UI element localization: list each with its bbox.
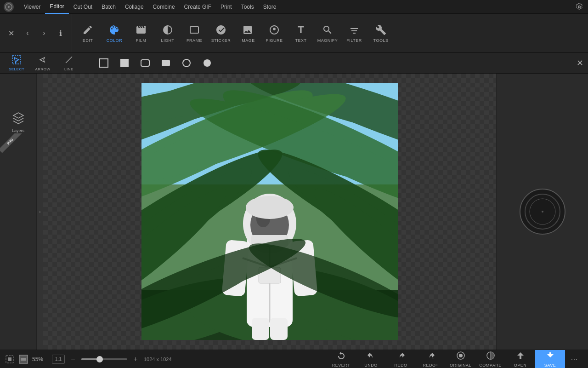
sticker-label: STICKER bbox=[211, 38, 231, 43]
revert-button[interactable]: REVERT bbox=[326, 350, 356, 368]
undo-icon bbox=[367, 351, 376, 362]
selection-mode-icon[interactable] bbox=[5, 354, 15, 364]
zoom-in-button[interactable]: + bbox=[131, 355, 140, 364]
toolbar-tools: EDIT COLOR FILM LIGHT FR bbox=[72, 14, 588, 53]
menu-item-editor[interactable]: Editor bbox=[45, 0, 68, 14]
tool-filter[interactable]: FILTER bbox=[341, 14, 368, 53]
tool-film[interactable]: FILM bbox=[128, 14, 154, 53]
more-button[interactable]: ··· bbox=[565, 350, 583, 368]
open-button[interactable]: OPEN bbox=[505, 350, 535, 368]
layers-panel-item[interactable]: Layers bbox=[2, 108, 34, 137]
canvas-image[interactable] bbox=[141, 83, 398, 340]
svg-point-37 bbox=[246, 196, 294, 219]
shape-circle-fill[interactable] bbox=[199, 55, 215, 71]
zoom-slider[interactable] bbox=[81, 358, 127, 360]
menu-item-batch[interactable]: Batch bbox=[97, 0, 120, 14]
arrow-icon bbox=[38, 55, 47, 66]
line-label: LINE bbox=[64, 67, 74, 71]
compare-label: COMPARE bbox=[479, 363, 501, 368]
tool-magnify[interactable]: MAGNIFY bbox=[314, 14, 341, 53]
svg-rect-5 bbox=[120, 59, 129, 67]
side-collapse-tab[interactable]: › bbox=[37, 74, 43, 350]
color-label: COLOR bbox=[107, 38, 123, 43]
open-icon bbox=[516, 351, 525, 362]
filter-icon bbox=[348, 23, 361, 36]
tool2-arrow[interactable]: ARROW bbox=[31, 54, 55, 72]
menu-item-print[interactable]: Print bbox=[216, 0, 237, 14]
compare-button[interactable]: COMPARE bbox=[475, 350, 505, 368]
tool-light[interactable]: LIGHT bbox=[154, 14, 181, 53]
menu-bar: Viewer Editor Cut Out Batch Collage Comb… bbox=[0, 0, 588, 14]
shape-rect-fill[interactable] bbox=[158, 55, 174, 71]
tool-sticker[interactable]: STICKER bbox=[208, 14, 234, 53]
layers-label: Layers bbox=[12, 128, 24, 133]
svg-rect-6 bbox=[141, 60, 149, 66]
revert-label: REVERT bbox=[332, 363, 350, 368]
film-label: FILM bbox=[136, 38, 147, 43]
tool2-select[interactable]: SELECT bbox=[5, 54, 28, 72]
app-logo[interactable] bbox=[4, 2, 14, 12]
open-label: OPEN bbox=[514, 363, 527, 368]
menu-item-tools[interactable]: Tools bbox=[237, 0, 259, 14]
tool-tools[interactable]: TOOLS bbox=[368, 14, 394, 53]
menu-item-creategif[interactable]: Create GIF bbox=[180, 0, 216, 14]
main-toolbar: ✕ ‹ › ℹ EDIT COLOR FILM bbox=[0, 14, 588, 53]
menu-item-combine[interactable]: Combine bbox=[148, 0, 180, 14]
revert-icon bbox=[337, 351, 346, 362]
tool2-line[interactable]: LINE bbox=[57, 54, 81, 72]
undo-button[interactable]: UNDO bbox=[356, 350, 386, 368]
menu-item-store[interactable]: Store bbox=[259, 0, 281, 14]
menu-item-collage[interactable]: Collage bbox=[120, 0, 148, 14]
menu-item-cutout[interactable]: Cut Out bbox=[69, 0, 97, 14]
settings-icon[interactable] bbox=[574, 2, 584, 12]
layer-thumb-icon[interactable] bbox=[18, 354, 28, 364]
redo-label: REDO bbox=[394, 363, 407, 368]
menu-item-viewer[interactable]: Viewer bbox=[19, 0, 45, 14]
figure-label: FIGURE bbox=[266, 38, 283, 43]
pro-badge: PRO bbox=[0, 133, 24, 157]
svg-rect-50 bbox=[8, 357, 11, 361]
shape-circle-outline[interactable] bbox=[178, 55, 195, 71]
magnifier-preview bbox=[520, 189, 565, 235]
shape-square-outline[interactable] bbox=[96, 55, 112, 71]
tool-text[interactable]: T TEXT bbox=[288, 14, 314, 53]
compare-icon bbox=[486, 351, 495, 362]
original-button[interactable]: ORIGINAL bbox=[446, 350, 475, 368]
image-icon bbox=[241, 23, 254, 36]
toolbar2-close-icon[interactable]: ✕ bbox=[577, 58, 583, 68]
svg-text:+: + bbox=[432, 356, 434, 360]
bottom-left-controls: 55% 1:1 − + 1024 x 1024 bbox=[5, 354, 172, 364]
tool-frame[interactable]: FRAME bbox=[181, 14, 208, 53]
sticker-icon bbox=[215, 23, 227, 36]
filter-label: FILTER bbox=[346, 38, 362, 43]
tool-figure[interactable]: FIGURE bbox=[261, 14, 288, 53]
zoom-out-button[interactable]: − bbox=[68, 355, 78, 364]
redo-plus-label: REDO+ bbox=[423, 363, 439, 368]
film-icon bbox=[135, 23, 147, 36]
shape-rect-outline[interactable] bbox=[137, 55, 153, 71]
close-icon[interactable]: ✕ bbox=[5, 27, 17, 40]
zoom-ratio-button[interactable]: 1:1 bbox=[52, 355, 65, 364]
undo-label: UNDO bbox=[364, 363, 378, 368]
redo-button[interactable]: REDO bbox=[386, 350, 416, 368]
svg-line-3 bbox=[66, 57, 72, 63]
tool-edit[interactable]: EDIT bbox=[74, 14, 101, 53]
magnify-icon bbox=[321, 23, 334, 36]
redo-plus-icon: + bbox=[426, 351, 435, 362]
forward-icon[interactable]: › bbox=[38, 27, 51, 40]
canvas-area bbox=[43, 74, 496, 350]
tool-image[interactable]: IMAGE bbox=[234, 14, 261, 53]
svg-point-9 bbox=[204, 59, 211, 67]
shape-square-fill[interactable] bbox=[116, 55, 133, 71]
save-label: SAVE bbox=[544, 363, 556, 368]
back-icon[interactable]: ‹ bbox=[21, 27, 34, 40]
right-panel bbox=[496, 74, 588, 350]
tool-color[interactable]: COLOR bbox=[101, 14, 128, 53]
text-label: TEXT bbox=[295, 38, 306, 43]
info-icon[interactable]: ℹ bbox=[54, 27, 67, 40]
frame-label: FRAME bbox=[187, 38, 202, 43]
svg-rect-52 bbox=[21, 358, 26, 361]
save-button[interactable]: SAVE bbox=[535, 350, 565, 368]
svg-rect-7 bbox=[162, 60, 170, 66]
redo-plus-button[interactable]: + REDO+ bbox=[416, 350, 446, 368]
